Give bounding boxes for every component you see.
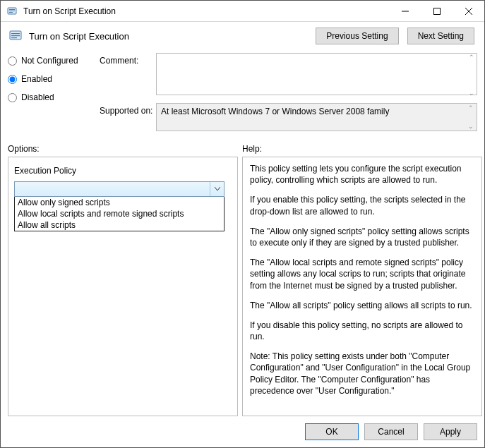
radio-label: Enabled xyxy=(21,74,52,84)
comment-textarea[interactable] xyxy=(156,53,477,95)
policy-icon xyxy=(6,6,18,17)
svg-rect-1 xyxy=(9,9,15,10)
close-button[interactable] xyxy=(453,1,484,21)
supported-on-box: At least Microsoft Windows 7 or Windows … xyxy=(156,103,477,131)
help-paragraph: If you disable this policy setting, no s… xyxy=(250,320,474,342)
radio-label: Not Configured xyxy=(21,56,78,66)
svg-rect-10 xyxy=(11,35,20,36)
help-paragraph: Note: This policy setting exists under b… xyxy=(250,351,474,396)
help-panel[interactable]: This policy setting lets you configure t… xyxy=(242,157,482,416)
execution-policy-dropdown-list: Allow only signed scripts Allow local sc… xyxy=(14,197,224,231)
radio-disabled[interactable]: Disabled xyxy=(8,92,100,102)
policy-title: Turn on Script Execution xyxy=(29,31,310,42)
titlebar: Turn on Script Execution xyxy=(1,1,484,22)
next-setting-button[interactable]: Next Setting xyxy=(407,28,474,44)
radio-input-not-configured[interactable] xyxy=(8,56,17,66)
radio-enabled[interactable]: Enabled xyxy=(8,74,100,84)
help-paragraph: The "Allow all scripts" policy setting a… xyxy=(250,300,474,311)
comment-label: Comment: xyxy=(100,53,156,66)
help-paragraph: If you enable this policy setting, the s… xyxy=(250,194,474,217)
window-title: Turn on Script Execution xyxy=(23,6,389,16)
radio-input-enabled[interactable] xyxy=(8,75,17,84)
radio-not-configured[interactable]: Not Configured xyxy=(8,56,100,66)
help-paragraph: The "Allow local scripts and remote sign… xyxy=(250,257,474,291)
help-paragraph: This policy setting lets you configure t… xyxy=(250,163,474,186)
dialog-footer: OK Cancel Apply xyxy=(1,416,484,447)
maximize-button[interactable] xyxy=(421,1,453,21)
previous-setting-button[interactable]: Previous Setting xyxy=(316,28,398,44)
chevron-down-icon xyxy=(210,182,224,196)
svg-rect-9 xyxy=(11,33,20,34)
minimize-button[interactable] xyxy=(389,1,421,21)
supported-on-label: Supported on: xyxy=(100,103,156,116)
svg-rect-3 xyxy=(9,12,13,13)
supported-on-value: At least Microsoft Windows 7 or Windows … xyxy=(161,107,389,116)
apply-button[interactable]: Apply xyxy=(424,423,477,440)
svg-rect-11 xyxy=(11,37,17,38)
options-panel: Execution Policy Allow only signed scrip… xyxy=(8,157,238,416)
dropdown-option[interactable]: Allow all scripts xyxy=(15,219,224,231)
radio-label: Disabled xyxy=(21,92,54,102)
policy-icon xyxy=(8,28,23,44)
subheader: Turn on Script Execution Previous Settin… xyxy=(1,22,484,53)
scrollbar-ghost: ⌃⌄ xyxy=(466,104,476,130)
execution-policy-label: Execution Policy xyxy=(14,166,232,176)
svg-rect-2 xyxy=(9,11,15,11)
dropdown-option[interactable]: Allow local scripts and remote signed sc… xyxy=(15,208,224,219)
dropdown-option[interactable]: Allow only signed scripts xyxy=(15,197,224,208)
svg-rect-5 xyxy=(433,8,440,14)
options-section-label: Options: xyxy=(8,144,242,154)
ok-button[interactable]: OK xyxy=(305,423,359,440)
help-section-label: Help: xyxy=(242,144,477,154)
help-paragraph: The "Allow only signed scripts" policy s… xyxy=(250,226,474,248)
scrollbar-ghost: ⌃⌄ xyxy=(467,54,477,97)
execution-policy-dropdown[interactable] xyxy=(14,181,224,197)
radio-input-disabled[interactable] xyxy=(8,93,17,102)
cancel-button[interactable]: Cancel xyxy=(364,423,418,440)
